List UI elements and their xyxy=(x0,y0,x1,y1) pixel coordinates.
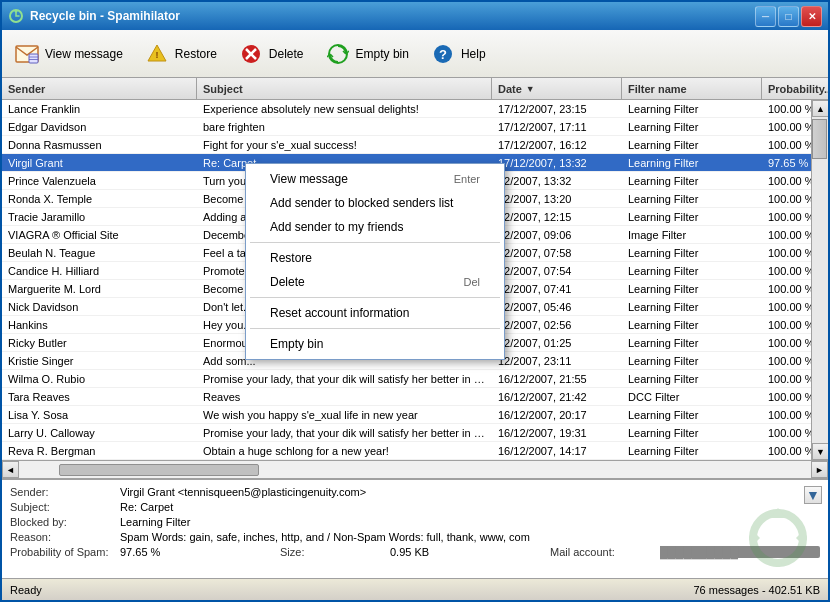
cell-sender: Prince Valenzuela xyxy=(2,172,197,189)
content-area: Sender Subject Date ▼ Filter name Probab… xyxy=(2,78,828,578)
cell-filter: Learning Filter xyxy=(622,190,762,207)
cell-prob: 100.00 % xyxy=(762,334,811,351)
cell-sender: Hankins xyxy=(2,316,197,333)
delete-button[interactable]: Delete xyxy=(230,35,313,73)
ctx-item-ctx-empty-bin[interactable]: Empty bin xyxy=(246,332,504,356)
table-row[interactable]: Reva R. Bergman Obtain a huge schlong fo… xyxy=(2,442,811,460)
cell-prob: 100.00 % xyxy=(762,370,811,387)
scroll-down-button[interactable]: ▼ xyxy=(812,443,828,460)
scroll-up-button[interactable]: ▲ xyxy=(812,100,828,117)
vertical-scrollbar[interactable]: ▲ ▼ xyxy=(811,100,828,460)
cell-date: 17/12/2007, 13:32 xyxy=(492,154,622,171)
cell-filter: Learning Filter xyxy=(622,442,762,459)
ctx-shortcut: Enter xyxy=(454,173,480,185)
table-row[interactable]: Lance Franklin Experience absolutely new… xyxy=(2,100,811,118)
cell-sender: Wilma O. Rubio xyxy=(2,370,197,387)
ctx-item-ctx-restore[interactable]: Restore xyxy=(246,246,504,270)
cell-sender: Tara Reaves xyxy=(2,388,197,405)
envelope-icon xyxy=(15,42,39,66)
cell-date: 12/2007, 01:25 xyxy=(492,334,622,351)
svg-rect-2 xyxy=(29,54,38,63)
cell-prob: 97.65 % xyxy=(762,154,811,171)
toolbar: View message ! Restore Delete xyxy=(2,30,828,78)
col-header-sender[interactable]: Sender xyxy=(2,78,197,99)
size-value: 0.95 KB xyxy=(390,546,550,558)
detail-subject-row: Subject: Re: Carpet xyxy=(10,501,820,513)
cell-prob: 100.00 % xyxy=(762,136,811,153)
cell-sender: VIAGRA ® Official Site xyxy=(2,226,197,243)
table-row[interactable]: Lisa Y. Sosa We wish you happy s'e_xual … xyxy=(2,406,811,424)
cell-prob: 100.00 % xyxy=(762,226,811,243)
minimize-button[interactable]: ─ xyxy=(755,6,776,27)
cell-subject: We wish you happy s'e_xual life in new y… xyxy=(197,406,492,423)
ctx-item-ctx-view[interactable]: View messageEnter xyxy=(246,167,504,191)
cell-prob: 100.00 % xyxy=(762,262,811,279)
ctx-label: Restore xyxy=(270,251,312,265)
help-label: Help xyxy=(461,47,486,61)
cell-date: 12/2007, 05:46 xyxy=(492,298,622,315)
ctx-item-ctx-add-blocked[interactable]: Add sender to blocked senders list xyxy=(246,191,504,215)
cell-filter: Learning Filter xyxy=(622,352,762,369)
view-message-button[interactable]: View message xyxy=(6,35,132,73)
horizontal-scrollbar[interactable]: ◄ ► xyxy=(2,460,828,478)
blocked-value: Learning Filter xyxy=(120,516,820,528)
empty-bin-button[interactable]: Empty bin xyxy=(317,35,418,73)
cell-sender: Reva R. Bergman xyxy=(2,442,197,459)
h-scroll-thumb[interactable] xyxy=(59,464,259,476)
col-header-subject[interactable]: Subject xyxy=(197,78,492,99)
cell-filter: Learning Filter xyxy=(622,136,762,153)
scroll-left-button[interactable]: ◄ xyxy=(2,461,19,478)
cell-filter: Learning Filter xyxy=(622,316,762,333)
col-header-filter[interactable]: Filter name xyxy=(622,78,762,99)
ctx-label: Add sender to my friends xyxy=(270,220,403,234)
table-row[interactable]: Wilma O. Rubio Promise your lady, that y… xyxy=(2,370,811,388)
scroll-thumb[interactable] xyxy=(812,119,827,159)
col-header-date[interactable]: Date ▼ xyxy=(492,78,622,99)
cell-subject: Reaves xyxy=(197,388,492,405)
scroll-track[interactable] xyxy=(812,117,828,443)
cell-sender: Kristie Singer xyxy=(2,352,197,369)
help-icon: ? xyxy=(431,42,455,66)
ctx-separator xyxy=(250,328,500,329)
cell-filter: Learning Filter xyxy=(622,100,762,117)
cell-prob: 100.00 % xyxy=(762,118,811,135)
expand-icon: ▼ xyxy=(806,487,820,503)
sender-value: Virgil Grant <tennisqueen5@plasticingenu… xyxy=(120,486,820,498)
cell-date: 17/12/2007, 16:12 xyxy=(492,136,622,153)
detail-panel: Sender: Virgil Grant <tennisqueen5@plast… xyxy=(2,478,828,578)
cell-sender: Marguerite M. Lord xyxy=(2,280,197,297)
cell-sender: Ronda X. Temple xyxy=(2,190,197,207)
help-button[interactable]: ? Help xyxy=(422,35,495,73)
table-row[interactable]: Larry U. Calloway Promise your lady, tha… xyxy=(2,424,811,442)
cell-sender: Donna Rasmussen xyxy=(2,136,197,153)
cell-sender: Ricky Butler xyxy=(2,334,197,351)
maximize-button[interactable]: □ xyxy=(778,6,799,27)
detail-expand-button[interactable]: ▼ xyxy=(804,486,822,504)
cell-filter: Learning Filter xyxy=(622,370,762,387)
ctx-item-ctx-delete[interactable]: DeleteDel xyxy=(246,270,504,294)
table-row[interactable]: Tara Reaves Reaves 16/12/2007, 21:42 DCC… xyxy=(2,388,811,406)
subject-value: Re: Carpet xyxy=(120,501,820,513)
cell-filter: Learning Filter xyxy=(622,262,762,279)
mail-label: Mail account: xyxy=(550,546,660,558)
col-header-prob[interactable]: Probability... xyxy=(762,78,828,99)
cell-filter: Learning Filter xyxy=(622,406,762,423)
sender-label: Sender: xyxy=(10,486,120,498)
close-button[interactable]: ✕ xyxy=(801,6,822,27)
detail-watermark xyxy=(748,508,808,568)
table-row[interactable]: Donna Rasmussen Fight for your s'e_xual … xyxy=(2,136,811,154)
restore-button[interactable]: ! Restore xyxy=(136,35,226,73)
ctx-item-ctx-reset[interactable]: Reset account information xyxy=(246,301,504,325)
ctx-item-ctx-add-friends[interactable]: Add sender to my friends xyxy=(246,215,504,239)
cell-prob: 100.00 % xyxy=(762,406,811,423)
cell-date: 16/12/2007, 19:31 xyxy=(492,424,622,441)
cell-prob: 100.00 % xyxy=(762,208,811,225)
delete-label: Delete xyxy=(269,47,304,61)
table-row[interactable]: Edgar Davidson bare frighten 17/12/2007,… xyxy=(2,118,811,136)
ctx-label: Empty bin xyxy=(270,337,323,351)
blocked-label: Blocked by: xyxy=(10,516,120,528)
cell-prob: 100.00 % xyxy=(762,442,811,459)
scroll-right-button[interactable]: ► xyxy=(811,461,828,478)
view-message-label: View message xyxy=(45,47,123,61)
cell-filter: Learning Filter xyxy=(622,172,762,189)
